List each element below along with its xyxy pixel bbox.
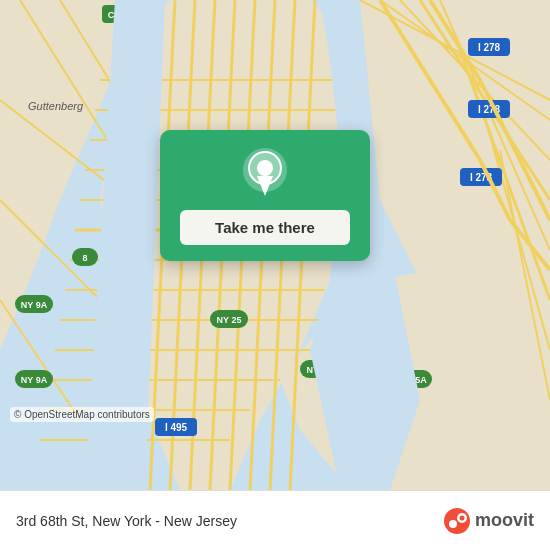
svg-point-70 — [449, 520, 457, 528]
copyright-text: © OpenStreetMap contributors — [10, 407, 154, 422]
svg-point-67 — [257, 160, 273, 176]
svg-point-72 — [459, 515, 464, 520]
svg-text:I 495: I 495 — [165, 422, 188, 433]
svg-text:I 278: I 278 — [478, 42, 501, 53]
map-container: I 278 I 278 I 278 CR 505 8 NY 9A NY 9A N… — [0, 0, 550, 490]
take-me-there-button[interactable]: Take me there — [180, 210, 350, 245]
svg-point-69 — [444, 508, 470, 534]
bottom-bar: 3rd 68th St, New York - New Jersey moovi… — [0, 490, 550, 550]
svg-text:Guttenberg: Guttenberg — [28, 100, 84, 112]
moovit-brand-text: moovit — [475, 510, 534, 531]
action-card: Take me there — [160, 130, 370, 261]
moovit-icon — [443, 507, 471, 535]
svg-text:8: 8 — [82, 253, 87, 263]
svg-text:NY 9A: NY 9A — [21, 375, 48, 385]
location-label: 3rd 68th St, New York - New Jersey — [16, 513, 443, 529]
moovit-logo: moovit — [443, 507, 534, 535]
svg-text:NY 25: NY 25 — [217, 315, 242, 325]
location-pin-icon — [239, 148, 291, 200]
svg-text:NY 9A: NY 9A — [21, 300, 48, 310]
